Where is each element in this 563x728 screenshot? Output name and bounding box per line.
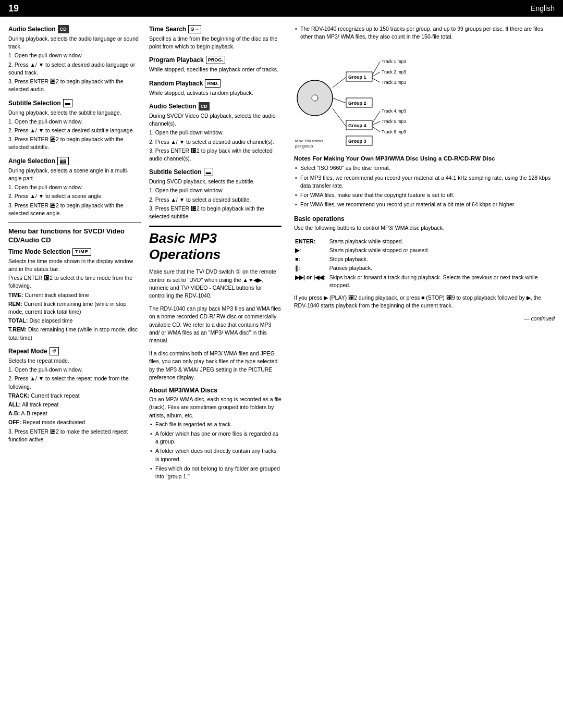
track4-label: Track 4.mp3 — [382, 108, 406, 114]
cd-icon-2: CD — [199, 102, 210, 110]
continued-label: — continued — [294, 315, 555, 322]
basic-ops-section: Basic operations Use the following butto… — [294, 215, 555, 322]
time-mode-trem: T.REM: Disc remaining time (while in sto… — [8, 326, 141, 341]
max-tracks-label: Max.150 tracks — [295, 139, 323, 143]
time-mode-heading: Time Mode Selection TIME — [8, 248, 141, 256]
basic-ops-intro: Use the following buttons to control MP3… — [294, 224, 555, 232]
stop-key-label: ■: — [295, 256, 300, 262]
ops-key-stop: ■: — [294, 255, 328, 264]
rnd-badge: RND. — [205, 79, 221, 88]
repeat-step-3: 3. Press ENTER ␴2 to make the selected r… — [8, 428, 141, 443]
track6-label: Track 6.mp3 — [382, 129, 406, 134]
random-playback-title: Random Playback — [149, 80, 203, 87]
repeat-step-2: 2. Press ▲/ ▼ to select the repeat mode … — [8, 375, 141, 390]
track3-label: Track 3.mp3 — [382, 80, 406, 85]
right-top-list: The RDV-1040 recognizes up to 150 tracks… — [294, 25, 555, 41]
audio-selection-heading: Audio Selection CD — [8, 25, 141, 33]
basic-ops-title: Basic operations — [294, 215, 345, 223]
ops-key-play: ▶: — [294, 246, 328, 255]
about-mp3-item-2: A folder which has one or more files is … — [149, 430, 282, 446]
ops-key-pause: ‖: — [294, 264, 328, 273]
mp3-intro-3: If a disc contains both of MP3/ WMA file… — [149, 350, 282, 381]
ops-row-pause: ‖: Pauses playback. — [294, 264, 555, 273]
angle-selection-title: Angle Selection — [8, 157, 55, 165]
time-desc: Current track elapsed time — [25, 292, 89, 298]
basic-mp3-title: Basic MP3 Operations — [149, 226, 282, 263]
track-term: TRACK: — [8, 392, 29, 399]
subtitle-svcd-title: Subtitle Selection — [149, 168, 202, 176]
track1-label: Track 1.mp3 — [382, 59, 406, 64]
program-playback-title: Program Playback — [149, 56, 204, 64]
repeat-icon: ↺ — [50, 347, 59, 355]
track6-line — [372, 127, 380, 132]
ops-key-enter: ENTER: — [294, 237, 328, 246]
cd-icon: CD — [58, 25, 69, 33]
play-stop-note: If you press ▶ (PLAY) ␱2 during playback… — [294, 294, 555, 310]
pause-key-label: ‖: — [295, 265, 300, 271]
repeat-track: TRACK: Current track repeat — [8, 392, 141, 400]
track1-line — [372, 61, 380, 75]
ops-row-play: ▶: Starts playback while stopped or paus… — [294, 246, 555, 255]
repeat-mode-body: Selects the repeat mode. 1. Open the pul… — [8, 357, 141, 443]
track3-line — [372, 78, 380, 82]
subtitle-selection-heading: Subtitle Selection ▬ — [8, 99, 141, 107]
mp3-intro-1: Make sure that the TV/ DVD switch ① on t… — [149, 268, 282, 300]
right-top-item: The RDV-1040 recognizes up to 150 tracks… — [294, 25, 555, 41]
subtitle-svcd-desc: During SVCD playback, selects the subtit… — [149, 178, 282, 186]
group4-label: Group 4 — [348, 123, 366, 128]
repeat-ab: A-B: A-B repeat — [8, 410, 141, 417]
basic-ops-heading: Basic operations — [294, 215, 555, 223]
time-mode-press: Press ENTER ␴2 to select the time mode f… — [8, 274, 141, 290]
random-playback-body: While stopped, activates random playback… — [149, 89, 282, 97]
mid-column: Time Search ⊙→ Specifies a time from the… — [149, 25, 290, 486]
disc-diagram-svg: Group 1 Track 1.mp3 Track 2.mp3 Track 3.… — [294, 46, 456, 150]
basic-ops-intro-text: Use the following buttons to control MP3… — [294, 224, 555, 232]
time-mode-total: TOTAL: Disc elapsed time — [8, 317, 141, 325]
time-badge: TIME — [72, 248, 91, 256]
audio-svcd-body: During SVCD/ Video CD playback, selects … — [149, 112, 282, 163]
disc-hole — [312, 95, 318, 101]
repeat-mode-title: Repeat Mode — [8, 348, 47, 355]
about-mp3-heading: About MP3/WMA Discs — [149, 387, 282, 394]
random-playback-heading: Random Playback RND. — [149, 79, 282, 88]
audio-svcd-heading: Audio Selection CD — [149, 102, 282, 110]
track5-label: Track 5.mp3 — [382, 119, 406, 124]
right-column: The RDV-1040 recognizes up to 150 tracks… — [290, 25, 555, 486]
enter-key-label: ENTER: — [295, 238, 315, 244]
audio-svcd-step-1: 1. Open the pull-down window. — [149, 129, 282, 137]
program-playback-heading: Program Playback PROG. — [149, 56, 282, 64]
ops-desc-play: Starts playback while stopped or paused. — [328, 246, 555, 255]
subtitle-selection-body: During playback, selects the subtitle la… — [8, 109, 141, 152]
about-mp3-desc: On an MP3/ WMA disc, each song is record… — [149, 396, 282, 419]
audio-selection-desc: During playback, selects the audio langu… — [8, 35, 141, 51]
time-mode-body: Selects the time mode shown in the displ… — [8, 257, 141, 342]
ops-desc-skip: Skips back or forward a track during pla… — [328, 273, 555, 290]
about-mp3-item-1: Each file is regarded as a track. — [149, 421, 282, 428]
mp3-intro-text-1: Make sure that the TV/ DVD switch ① on t… — [149, 268, 282, 300]
time-mode-title: Time Mode Selection — [8, 248, 70, 255]
header-bar: 19 English — [0, 0, 563, 17]
prog-badge: PROG. — [206, 56, 225, 64]
repeat-all: ALL: All track repeat — [8, 401, 141, 409]
group2-label: Group 2 — [348, 101, 366, 106]
time-mode-time: TIME: Current track elapsed time — [8, 291, 141, 299]
off-desc: Repeat mode deactivated — [22, 419, 85, 425]
ops-row-enter: ENTER: Starts playback while stopped. — [294, 237, 555, 246]
audio-step-2: 2. Press ▲/ ▼ to select a desired audio … — [8, 61, 141, 77]
off-term: OFF: — [8, 419, 21, 425]
audio-step-1: 1. Open the pull-down window. — [8, 52, 141, 59]
subtitle-selection-title: Subtitle Selection — [8, 100, 61, 107]
track-desc: Current track repeat — [31, 392, 79, 399]
disc-diagram: Group 1 Track 1.mp3 Track 2.mp3 Track 3.… — [294, 46, 555, 150]
mp3-intro-text-3: If a disc contains both of MP3/ WMA file… — [149, 350, 282, 381]
ab-desc: A-B repeat — [21, 410, 47, 416]
ops-row-stop: ■: Stops playback. — [294, 255, 555, 264]
about-mp3-item-4: Files which do not belong to any folder … — [149, 465, 282, 480]
track4-line — [372, 111, 380, 124]
subtitle-svcd-step-1: 1. Open the pull-down window. — [149, 187, 282, 194]
track2-label: Track 2.mp3 — [382, 69, 406, 75]
line-group1 — [333, 77, 346, 88]
audio-selection-body: During playback, selects the audio langu… — [8, 35, 141, 94]
notes-making-title: Notes For Making Your Own MP3/WMA Disc U… — [294, 155, 555, 162]
subtitle-step-3: 3. Press ENTER ␴2 to begin playback with… — [8, 135, 141, 151]
